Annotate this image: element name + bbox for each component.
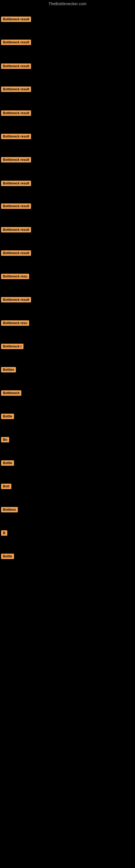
list-item: Bottle: [0, 398, 135, 421]
bottleneck-badge[interactable]: Bottleneck: [1, 390, 21, 396]
bottleneck-badge[interactable]: Bottlen: [1, 367, 16, 372]
bottleneck-badge[interactable]: Bottleneck result: [1, 17, 31, 22]
bottleneck-badge[interactable]: Bottleneck result: [1, 111, 31, 116]
list-item: Bottleneck result: [0, 211, 135, 235]
list-item: Bottleneck result: [0, 188, 135, 211]
bottleneck-badge[interactable]: Bottleneck result: [1, 87, 31, 92]
list-item: Bott: [0, 468, 135, 491]
bottleneck-badge[interactable]: Bottleneck result: [1, 40, 31, 45]
list-item: B: [0, 515, 135, 538]
list-item: Bo: [0, 421, 135, 444]
bottleneck-badge[interactable]: Bottleneck resu: [1, 274, 29, 279]
bottleneck-badge[interactable]: Bottle: [1, 414, 14, 419]
list-item: Bottleneck: [0, 375, 135, 398]
list-item: Bottle: [0, 444, 135, 468]
list-item: Bottleneck result: [0, 94, 135, 118]
bottleneck-badge[interactable]: Bottleneck result: [1, 227, 31, 232]
bottleneck-badge[interactable]: Bottle: [1, 460, 14, 466]
list-item: Bottleneck result: [0, 235, 135, 258]
bottleneck-badge[interactable]: Bottlens: [1, 507, 18, 513]
bottleneck-badge[interactable]: Bottleneck result: [1, 204, 31, 209]
bottleneck-badge[interactable]: Bottleneck result: [1, 157, 31, 162]
bottleneck-badge[interactable]: Bottleneck resu: [1, 320, 29, 326]
list-item: Bottleneck result: [0, 141, 135, 165]
list-item: Bottleneck resu: [0, 305, 135, 328]
list-item: Bottleneck result: [0, 47, 135, 71]
list-item: Bottleneck result: [0, 24, 135, 47]
bottleneck-badge[interactable]: Bottleneck result: [1, 181, 31, 186]
bottleneck-badge[interactable]: Bottleneck result: [1, 134, 31, 139]
list-item: Bottleneck resu: [0, 258, 135, 281]
rows-container: Bottleneck resultBottleneck resultBottle…: [0, 9, 135, 561]
list-item: Bottleneck r: [0, 328, 135, 351]
site-title: TheBottlenecker.com: [0, 0, 135, 9]
bottleneck-badge[interactable]: Bott: [1, 484, 11, 489]
list-item: Bottleneck result: [0, 71, 135, 94]
bottleneck-badge[interactable]: Bottleneck result: [1, 63, 31, 69]
list-item: Bottleneck result: [0, 281, 135, 305]
list-item: Bottle: [0, 538, 135, 561]
bottleneck-badge[interactable]: Bottleneck result: [1, 250, 31, 256]
bottleneck-badge[interactable]: Bottleneck result: [1, 297, 31, 303]
bottleneck-badge[interactable]: Bottle: [1, 554, 14, 559]
bottleneck-badge[interactable]: Bo: [1, 437, 9, 442]
list-item: Bottleneck result: [0, 118, 135, 141]
bottleneck-badge[interactable]: B: [1, 530, 7, 536]
list-item: Bottleneck result: [0, 165, 135, 188]
list-item: Bottlen: [0, 351, 135, 375]
list-item: Bottlens: [0, 491, 135, 515]
bottleneck-badge[interactable]: Bottleneck r: [1, 344, 24, 349]
list-item: Bottleneck result: [0, 9, 135, 24]
site-title-container: TheBottlenecker.com: [0, 0, 135, 9]
